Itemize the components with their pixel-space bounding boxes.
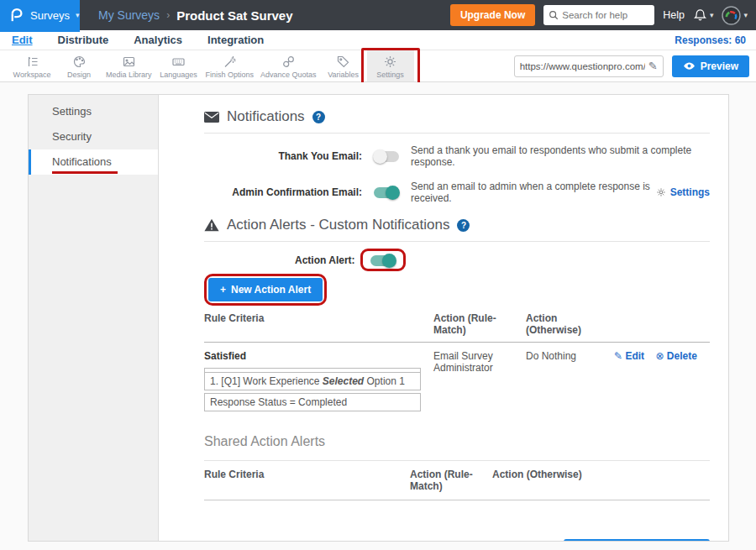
breadcrumb: My Surveys › Product Sat Survey: [98, 8, 293, 23]
help-search-box[interactable]: [543, 5, 654, 25]
sidebar-item-security[interactable]: Security: [29, 124, 158, 149]
responses-count-link[interactable]: Responses: 60: [675, 34, 756, 46]
annotation-underline-notifications: [52, 171, 118, 174]
notifications-section-title: Notifications: [227, 108, 305, 125]
top-header-bar: Surveys ▾ My Surveys › Product Sat Surve…: [0, 0, 756, 30]
col-rule-criteria: Rule Criteria: [204, 312, 433, 336]
envelope-icon: [204, 112, 219, 123]
action-alert-toggle[interactable]: [370, 255, 396, 266]
keyboard-icon: [171, 55, 186, 69]
chevron-down-icon: ▾: [743, 11, 748, 19]
shared-alerts-title: Shared Action Alerts: [204, 434, 710, 449]
notifications-main: Notifications ? Thank You Email: Send a …: [159, 95, 728, 541]
workspace-icon: [25, 55, 39, 69]
thank-you-email-row: Thank You Email: Send a thank you email …: [204, 144, 710, 168]
shared-alerts-table-header: Rule Criteria Action (Rule-Match) Action…: [204, 460, 710, 500]
tab-integration[interactable]: Integration: [207, 34, 264, 46]
action-alerts-section-title: Action Alerts - Custom Notifications: [227, 217, 449, 233]
toolbar-settings[interactable]: Settings: [367, 50, 414, 81]
thank-you-email-toggle[interactable]: [374, 151, 399, 162]
col-rule-criteria: Rule Criteria: [204, 469, 410, 492]
preview-button[interactable]: Preview: [672, 55, 749, 77]
breadcrumb-current-survey: Product Sat Survey: [176, 8, 292, 23]
delete-icon: ⊗: [655, 350, 664, 362]
survey-url-input[interactable]: [520, 61, 645, 71]
plus-icon: +: [220, 284, 226, 296]
account-menu-button[interactable]: ▾: [722, 6, 748, 25]
breadcrumb-my-surveys[interactable]: My Surveys: [98, 8, 160, 22]
col-action-otherwise: Action (Otherwise): [492, 469, 710, 492]
help-icon[interactable]: ?: [457, 219, 470, 232]
shared-alerts-empty: [204, 500, 710, 524]
bell-icon: [693, 8, 707, 23]
settings-panel: Settings Security Notifications Notifica…: [28, 94, 729, 542]
chevron-down-icon: ▾: [76, 11, 80, 19]
admin-confirmation-toggle[interactable]: [374, 187, 399, 198]
settings-sidebar: Settings Security Notifications: [29, 95, 159, 541]
tab-analytics[interactable]: Analytics: [134, 34, 182, 46]
toolbar-finish-options[interactable]: Finish Options: [202, 50, 258, 81]
magic-wand-icon: [223, 55, 237, 69]
notifications-bell-button[interactable]: ▾: [693, 8, 714, 23]
warning-triangle-icon: [204, 218, 219, 232]
action-alerts-table: Rule Criteria Action (Rule-Match) Action…: [204, 312, 710, 414]
edit-icon: ✎: [614, 350, 622, 362]
gear-icon: [656, 187, 666, 197]
eye-icon: [683, 61, 696, 71]
edit-toolbar: Workspace Design Media Library Languages…: [0, 50, 756, 82]
sidebar-item-settings[interactable]: Settings: [29, 99, 158, 124]
delete-alert-link[interactable]: Delete: [667, 350, 697, 362]
admin-confirmation-email-row: Admin Confirmation Email: Send an email …: [204, 181, 710, 204]
admin-email-settings-link[interactable]: Settings: [656, 186, 710, 198]
avatar: [722, 6, 741, 25]
col-action-rule-match: Action (Rule-Match): [433, 312, 526, 336]
otherwise-value: Do Nothing: [526, 350, 614, 414]
help-link[interactable]: Help: [663, 9, 685, 21]
action-alert-label: Action Alert:: [295, 254, 355, 266]
admin-confirmation-label: Admin Confirmation Email:: [204, 186, 362, 198]
thank-you-email-label: Thank You Email:: [204, 150, 362, 162]
tab-edit[interactable]: Edit: [12, 34, 33, 46]
col-action-otherwise: Action (Otherwise): [526, 312, 614, 336]
rule-criteria-1: 1. [Q1] Work Experience Selected Option …: [204, 372, 421, 390]
palette-icon: [72, 55, 87, 69]
toolbar-design[interactable]: Design: [55, 50, 102, 81]
divider: [204, 241, 710, 242]
rule-criteria-2: Response Status = Completed: [204, 393, 421, 411]
action-alert-row: Satisfied 1. [Q1] Work Experience Select…: [204, 343, 710, 414]
rule-status: Satisfied: [204, 350, 433, 362]
toolbar-workspace[interactable]: Workspace: [8, 50, 55, 81]
new-notification-group-button[interactable]: + New Notification Group: [564, 539, 710, 541]
edit-alert-link[interactable]: Edit: [625, 350, 644, 362]
tab-distribute[interactable]: Distribute: [58, 34, 109, 46]
toolbar-media-library[interactable]: Media Library: [102, 50, 155, 81]
breadcrumb-separator: ›: [166, 9, 170, 21]
new-action-alert-button[interactable]: + New Action Alert: [208, 278, 323, 301]
annotation-box-new-action-alert: + New Action Alert: [204, 274, 327, 306]
annotation-box-action-alert-toggle: [360, 249, 406, 271]
tag-icon: [336, 55, 350, 69]
survey-url-field[interactable]: ✎: [514, 55, 664, 77]
chain-links-icon: [281, 55, 296, 69]
admin-confirmation-desc: Send an email to admin when a complete r…: [411, 181, 656, 204]
chevron-down-icon: ▾: [710, 11, 714, 19]
help-icon[interactable]: ?: [312, 111, 325, 123]
image-icon: [122, 55, 136, 69]
surveys-product-menu[interactable]: Surveys ▾: [0, 0, 80, 30]
survey-nav-tabs: Edit Distribute Analytics Integration Re…: [0, 30, 756, 50]
col-action-rule-match: Action (Rule-Match): [410, 469, 492, 492]
gear-icon: [383, 55, 397, 69]
toolbar-variables[interactable]: Variables: [320, 50, 367, 81]
edit-url-icon[interactable]: ✎: [648, 60, 658, 72]
toolbar-advance-quotas[interactable]: Advance Quotas: [257, 50, 320, 81]
rule-match-value: Email Survey Administrator: [433, 350, 526, 414]
upgrade-now-button[interactable]: Upgrade Now: [450, 4, 535, 26]
sidebar-item-notifications[interactable]: Notifications: [29, 149, 158, 175]
thank-you-email-desc: Send a thank you email to respondents wh…: [411, 144, 710, 168]
search-icon: [549, 10, 559, 20]
toolbar-languages[interactable]: Languages: [155, 50, 202, 81]
questionpro-logo-icon: [8, 8, 24, 24]
content-area: Settings Security Notifications Notifica…: [0, 82, 756, 550]
help-search-input[interactable]: [562, 10, 646, 20]
product-menu-label: Surveys: [30, 9, 70, 22]
